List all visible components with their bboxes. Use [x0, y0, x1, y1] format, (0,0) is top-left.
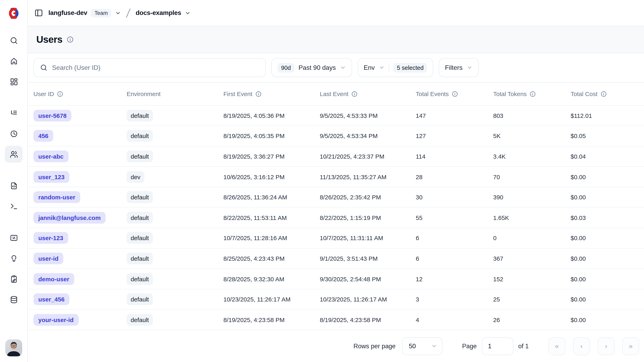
- user-id-badge[interactable]: 456: [34, 130, 53, 142]
- first-event-cell: 8/28/2025, 9:32:30 AM: [224, 275, 320, 282]
- user-id-badge[interactable]: user_456: [34, 293, 69, 305]
- sidebar-item-tracing[interactable]: [5, 105, 22, 122]
- page-number-input[interactable]: [482, 337, 513, 355]
- column-header-first-event: First Event: [224, 90, 320, 97]
- user-id-badge[interactable]: user-5678: [34, 110, 72, 122]
- search-input[interactable]: [52, 64, 259, 71]
- total-events-cell: 12: [416, 275, 493, 282]
- user-id-badge[interactable]: random-user: [34, 191, 80, 203]
- total-events-cell: 114: [416, 153, 493, 160]
- sidebar-item-users[interactable]: [5, 146, 22, 163]
- first-event-cell: 10/23/2025, 11:26:17 AM: [224, 296, 320, 303]
- sidebar-toggle-button[interactable]: [34, 9, 43, 17]
- table-row[interactable]: user-abcdefault8/19/2025, 3:36:27 PM10/2…: [28, 146, 644, 167]
- sidebar-item-search[interactable]: [5, 32, 22, 49]
- table-row[interactable]: user-5678default8/19/2025, 4:05:36 PM9/5…: [28, 106, 644, 126]
- next-page-button[interactable]: ›: [598, 337, 614, 355]
- last-page-button[interactable]: »: [622, 337, 639, 355]
- table-row[interactable]: 456default8/19/2025, 4:05:35 PM9/5/2025,…: [28, 126, 644, 146]
- sidebar-item-sessions[interactable]: [5, 125, 22, 142]
- table-row[interactable]: user_123dev10/6/2025, 3:16:12 PM11/13/20…: [28, 167, 644, 187]
- sidebar-item-annotation-queues[interactable]: [5, 270, 22, 287]
- rows-per-page-select[interactable]: 50: [402, 337, 442, 355]
- column-label: Total Cost: [570, 90, 598, 97]
- table-row[interactable]: your-user-iddefault8/19/2025, 4:23:58 PM…: [28, 310, 644, 330]
- total-cost-cell: $0.04: [570, 153, 638, 160]
- user-id-badge[interactable]: user_123: [34, 171, 69, 183]
- clipboard-pen-icon: [10, 275, 18, 283]
- first-event-cell: 10/7/2025, 11:28:16 AM: [224, 235, 320, 241]
- sidebar-item-evaluation[interactable]: [5, 250, 22, 267]
- sidebar-item-datasets[interactable]: [5, 291, 22, 308]
- environment-filter-button[interactable]: Env 5 selected: [358, 58, 433, 77]
- rows-per-page-value: 50: [409, 342, 416, 350]
- table-row[interactable]: user_456default10/23/2025, 11:26:17 AM10…: [28, 289, 644, 310]
- environment-badge: default: [126, 130, 153, 142]
- total-tokens-cell: 25: [493, 296, 570, 303]
- filters-button[interactable]: Filters: [439, 58, 479, 77]
- users-table: User IDEnvironmentFirst EventLast EventT…: [28, 82, 644, 330]
- file-code-icon: [10, 181, 18, 190]
- table-row[interactable]: user-123default10/7/2025, 11:28:16 AM10/…: [28, 228, 644, 248]
- chevron-down-icon: [340, 65, 346, 71]
- page-label: Page: [462, 342, 477, 350]
- info-icon[interactable]: [600, 91, 607, 97]
- user-id-badge[interactable]: user-123: [34, 232, 68, 244]
- column-label: Last Event: [320, 90, 348, 97]
- chevron-down-icon[interactable]: [185, 10, 191, 16]
- sidebar-item-dashboards[interactable]: [5, 73, 22, 90]
- column-label: Total Events: [416, 90, 448, 97]
- info-icon[interactable]: [530, 91, 536, 97]
- dashboard-grid-icon: [10, 77, 18, 86]
- chevron-left-icon: ‹: [580, 342, 582, 350]
- first-event-cell: 8/26/2025, 11:36:24 AM: [224, 194, 320, 201]
- previous-page-button[interactable]: ‹: [573, 337, 590, 355]
- user-id-badge[interactable]: demo-user: [34, 273, 74, 285]
- app-window: langfuse-dev Team docs-examples Users 90…: [0, 0, 644, 362]
- sidebar-item-scores[interactable]: [5, 229, 22, 246]
- total-cost-cell: $0.05: [570, 133, 638, 139]
- user-id-badge[interactable]: user-id: [34, 253, 63, 264]
- first-page-button[interactable]: «: [548, 337, 565, 355]
- table-row[interactable]: random-userdefault8/26/2025, 11:36:24 AM…: [28, 187, 644, 208]
- langfuse-logo-icon[interactable]: [5, 5, 22, 22]
- last-event-cell: 9/30/2025, 2:54:48 PM: [320, 275, 416, 282]
- total-cost-cell: $0.00: [570, 173, 638, 180]
- sidebar-item-prompts[interactable]: [5, 177, 22, 194]
- column-header-total-events: Total Events: [416, 90, 493, 97]
- project-name[interactable]: docs-examples: [136, 9, 181, 17]
- info-icon[interactable]: [255, 91, 262, 97]
- rows-per-page-label: Rows per page: [354, 342, 396, 350]
- info-icon[interactable]: [57, 91, 63, 97]
- org-name[interactable]: langfuse-dev: [48, 9, 87, 17]
- lightbulb-icon: [10, 254, 18, 262]
- total-tokens-cell: 0: [493, 235, 570, 241]
- env-filter-label: Env: [364, 64, 374, 71]
- sidebar-item-playground[interactable]: [5, 198, 22, 215]
- user-id-badge[interactable]: user-abc: [34, 151, 68, 162]
- total-cost-cell: $0.00: [570, 194, 638, 201]
- user-id-badge[interactable]: jannik@langfuse.com: [34, 212, 106, 224]
- column-label: Total Tokens: [493, 90, 527, 97]
- user-avatar[interactable]: [5, 339, 22, 356]
- total-tokens-cell: 5K: [493, 133, 570, 139]
- environment-badge: default: [126, 293, 153, 305]
- column-header-last-event: Last Event: [320, 90, 416, 97]
- first-event-cell: 8/19/2025, 4:05:36 PM: [224, 112, 320, 119]
- table-row[interactable]: demo-userdefault8/28/2025, 9:32:30 AM9/3…: [28, 269, 644, 289]
- percent-card-icon: [10, 233, 18, 242]
- search-icon: [10, 36, 18, 45]
- last-event-cell: 11/13/2025, 11:35:27 AM: [320, 173, 416, 180]
- last-event-cell: 10/21/2025, 4:23:37 PM: [320, 153, 416, 160]
- table-row[interactable]: jannik@langfuse.comdefault8/22/2025, 11:…: [28, 208, 644, 228]
- sidebar-item-home[interactable]: [5, 53, 22, 69]
- info-icon[interactable]: [351, 91, 358, 97]
- info-icon[interactable]: [452, 91, 458, 97]
- user-id-badge[interactable]: your-user-id: [34, 314, 78, 325]
- date-range-button[interactable]: 90d Past 90 days: [272, 58, 352, 77]
- total-tokens-cell: 26: [493, 316, 570, 323]
- sidebar-nav: [5, 32, 22, 308]
- chevron-down-icon[interactable]: [115, 10, 121, 16]
- info-icon[interactable]: [66, 36, 74, 43]
- table-row[interactable]: user-iddefault8/25/2025, 4:23:43 PM9/1/2…: [28, 248, 644, 269]
